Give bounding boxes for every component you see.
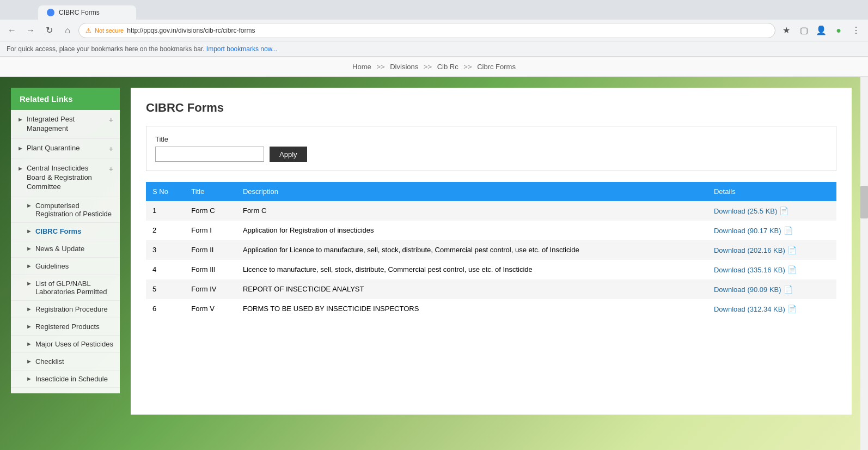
sidebar-sub-label-guidelines: Guidelines bbox=[35, 262, 69, 270]
download-link[interactable]: Download (202.16 KB)📄 bbox=[714, 246, 830, 254]
sidebar-item-reg-products[interactable]: ► Registered Products bbox=[11, 318, 120, 336]
pdf-icon: 📄 bbox=[779, 206, 788, 215]
sidebar-sub-label-glp: List of GLP/NABL Laboratories Permitted bbox=[35, 279, 113, 296]
sidebar-item-cibrc-forms[interactable]: ► CIBRC Forms bbox=[11, 223, 120, 240]
sidebar-item-news-update[interactable]: ► News & Update bbox=[11, 240, 120, 258]
cell-sno: 4 bbox=[146, 260, 185, 279]
data-table: S No Title Description Details 1Form CFo… bbox=[146, 182, 836, 319]
cell-sno: 5 bbox=[146, 279, 185, 299]
browser-chrome: CIBRC Forms ← → ↻ ⌂ ⚠ Not secure http://… bbox=[0, 0, 868, 57]
main-content: CIBRC Forms Title Apply S No Title Descr… bbox=[120, 77, 868, 450]
col-header-sno: S No bbox=[146, 182, 185, 201]
sidebar-item-cib[interactable]: ► Central Insecticides Board & Registrat… bbox=[11, 159, 120, 197]
tab-switcher-button[interactable]: ▢ bbox=[796, 23, 811, 38]
sidebar-item-major-uses[interactable]: ► Major Uses of Pesticides bbox=[11, 336, 120, 353]
download-link[interactable]: Download (335.16 KB)📄 bbox=[714, 265, 830, 274]
plus-icon-cib: + bbox=[109, 164, 113, 174]
sidebar-sub-arrow-guidelines: ► bbox=[26, 263, 32, 269]
cell-sno: 3 bbox=[146, 240, 185, 260]
sidebar-sub-label-regproc: Registration Procedure bbox=[35, 305, 108, 313]
title-search-input[interactable] bbox=[155, 147, 264, 162]
sidebar-item-reg-procedure[interactable]: ► Registration Procedure bbox=[11, 301, 120, 318]
tab-title: CIBRC Forms bbox=[59, 9, 100, 16]
cell-sno: 1 bbox=[146, 201, 185, 221]
sidebar-item-insecticide-schedule[interactable]: ► Insecticide in Schedule bbox=[11, 370, 120, 388]
sidebar-sub-label-insecticide: Insecticide in Schedule bbox=[35, 375, 108, 383]
profile-button[interactable]: 👤 bbox=[814, 23, 829, 38]
sidebar-sub-label-cibrc: CIBRC Forms bbox=[35, 227, 82, 235]
cell-description: Licence to manufacture, sell, stock, dis… bbox=[236, 260, 707, 279]
cell-description: Form C bbox=[236, 201, 707, 221]
cell-description: Application for Licence to manufacture, … bbox=[236, 240, 707, 260]
sidebar-arrow-cib: ► bbox=[17, 165, 23, 172]
sidebar-item-computerised-reg[interactable]: ► Computerised Registration of Pesticide bbox=[11, 197, 120, 223]
sidebar-item-checklist[interactable]: ► Checklist bbox=[11, 353, 120, 370]
sidebar-item-glp-labs[interactable]: ► List of GLP/NABL Laboratories Permitte… bbox=[11, 275, 120, 301]
more-menu-button[interactable]: ⋮ bbox=[848, 23, 864, 38]
col-header-description: Description bbox=[236, 182, 707, 201]
cell-details: Download (312.34 KB)📄 bbox=[707, 299, 836, 319]
sidebar-sub-label-checklist: Checklist bbox=[35, 357, 64, 366]
breadcrumb-divisions[interactable]: Divisions bbox=[390, 63, 418, 71]
reload-button[interactable]: ↻ bbox=[41, 23, 57, 38]
tab-favicon bbox=[47, 9, 54, 16]
cell-description: Application for Registration of insectic… bbox=[236, 221, 707, 240]
toolbar-icons: ★ ▢ 👤 ● ⋮ bbox=[779, 23, 864, 38]
sidebar-item-plant-quarantine[interactable]: ► Plant Quarantine + bbox=[11, 139, 120, 159]
sidebar-item-ipm[interactable]: ► Integrated Pest Management + bbox=[11, 110, 120, 139]
sidebar-sub-label-comp: Computerised Registration of Pesticide bbox=[35, 202, 113, 218]
breadcrumb-home[interactable]: Home bbox=[352, 63, 371, 71]
sidebar-arrow-plant: ► bbox=[17, 144, 23, 152]
browser-tab[interactable]: CIBRC Forms bbox=[38, 5, 136, 20]
scrollbar-thumb[interactable] bbox=[860, 186, 868, 218]
download-link[interactable]: Download (312.34 KB)📄 bbox=[714, 305, 830, 313]
content-card: CIBRC Forms Title Apply S No Title Descr… bbox=[131, 88, 852, 415]
pdf-icon: 📄 bbox=[784, 226, 793, 235]
sidebar-sub-label-major: Major Uses of Pesticides bbox=[35, 340, 113, 348]
table-row: 6Form VFORMS TO BE USED BY INSECTICIDE I… bbox=[146, 299, 836, 319]
sidebar-item-guidelines[interactable]: ► Guidelines bbox=[11, 258, 120, 275]
apply-button[interactable]: Apply bbox=[270, 147, 307, 162]
sidebar-sub-arrow-comp: ► bbox=[26, 202, 32, 209]
import-bookmarks-link[interactable]: Import bookmarks now... bbox=[206, 45, 278, 53]
bookmark-page-button[interactable]: ★ bbox=[779, 23, 794, 38]
back-button[interactable]: ← bbox=[4, 23, 20, 38]
breadcrumb-sep-2: >> bbox=[424, 63, 432, 71]
breadcrumb-sep-1: >> bbox=[376, 63, 384, 71]
page-wrapper: Related Links ► Integrated Pest Manageme… bbox=[0, 77, 868, 450]
browser-tabs: CIBRC Forms bbox=[0, 0, 868, 20]
cell-details: Download (335.16 KB)📄 bbox=[707, 260, 836, 279]
filter-row: Apply bbox=[155, 147, 827, 162]
home-button[interactable]: ⌂ bbox=[60, 23, 75, 38]
sidebar-arrow-ipm: ► bbox=[17, 115, 23, 123]
cell-title: Form V bbox=[185, 299, 236, 319]
breadcrumb-cib-rc[interactable]: Cib Rc bbox=[437, 63, 459, 71]
sidebar-sub-arrow-regproc: ► bbox=[26, 306, 32, 312]
sidebar-sub-arrow-major: ► bbox=[26, 340, 32, 347]
download-link[interactable]: Download (25.5 KB)📄 bbox=[714, 206, 830, 215]
forward-button[interactable]: → bbox=[23, 23, 38, 38]
col-header-details: Details bbox=[707, 182, 836, 201]
address-text: http://ppqs.gov.in/divisions/cib-rc/cibr… bbox=[127, 27, 768, 34]
breadcrumb-current: Cibrc Forms bbox=[477, 63, 516, 71]
sidebar-item-label-cib: Central Insecticides Board & Registratio… bbox=[27, 164, 109, 192]
cell-title: Form II bbox=[185, 240, 236, 260]
download-link[interactable]: Download (90.09 KB)📄 bbox=[714, 285, 830, 294]
sidebar: Related Links ► Integrated Pest Manageme… bbox=[0, 77, 120, 450]
table-header-row: S No Title Description Details bbox=[146, 182, 836, 201]
table-row: 3Form IIApplication for Licence to manuf… bbox=[146, 240, 836, 260]
cell-title: Form I bbox=[185, 221, 236, 240]
scrollbar[interactable] bbox=[860, 77, 868, 450]
sidebar-body: ► Integrated Pest Management + ► Plant Q… bbox=[11, 110, 120, 393]
cell-description: FORMS TO BE USED BY INSECTICIDE INSPECTO… bbox=[236, 299, 707, 319]
pdf-icon: 📄 bbox=[787, 305, 797, 313]
kaspersky-icon[interactable]: ● bbox=[831, 23, 846, 38]
plus-icon-plant: + bbox=[109, 144, 113, 154]
breadcrumb-sep-3: >> bbox=[463, 63, 472, 71]
plus-icon-ipm: + bbox=[109, 115, 113, 125]
download-link[interactable]: Download (90.17 KB)📄 bbox=[714, 226, 830, 235]
bookmarks-text: For quick access, place your bookmarks h… bbox=[7, 45, 205, 53]
address-bar[interactable]: ⚠ Not secure http://ppqs.gov.in/division… bbox=[78, 23, 775, 38]
cell-sno: 6 bbox=[146, 299, 185, 319]
sidebar-sub-arrow-insecticide: ► bbox=[26, 375, 32, 382]
